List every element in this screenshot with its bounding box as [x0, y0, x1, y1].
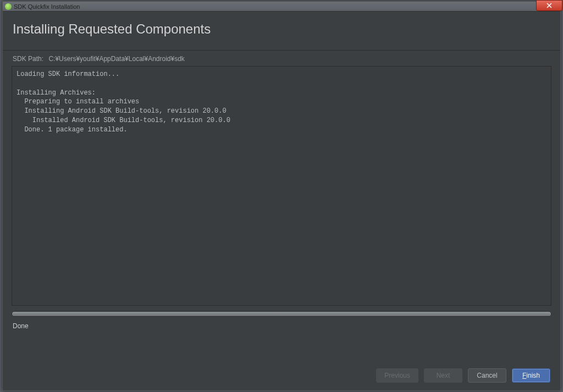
status-text: Done	[3, 320, 560, 332]
close-button[interactable]	[536, 0, 562, 11]
page-title: Installing Requested Components	[13, 21, 550, 37]
next-button: Next	[424, 368, 462, 383]
titlebar: SDK Quickfix Installation	[3, 2, 560, 12]
app-icon	[5, 3, 12, 10]
button-row: Previous Next Cancel Finish	[376, 368, 550, 383]
header: Installing Requested Components	[3, 12, 560, 51]
cancel-button[interactable]: Cancel	[468, 368, 506, 383]
progress-fill	[12, 312, 551, 316]
content-area: Installing Requested Components SDK Path…	[3, 12, 560, 332]
finish-button[interactable]: Finish	[512, 368, 550, 383]
installer-window: SDK Quickfix Installation Installing Req…	[2, 1, 561, 391]
progress-bar	[12, 311, 551, 317]
finish-label: Finish	[522, 372, 540, 379]
install-log: Loading SDK information... Installing Ar…	[12, 66, 551, 306]
previous-button: Previous	[376, 368, 418, 383]
progress-bar-wrap	[12, 311, 551, 317]
sdk-path-row: SDK Path: C:¥Users¥youfit¥AppData¥Local¥…	[3, 51, 560, 66]
close-icon	[547, 3, 552, 8]
previous-label: Previous	[384, 372, 410, 379]
window-title: SDK Quickfix Installation	[14, 3, 80, 10]
cancel-label: Cancel	[477, 372, 497, 379]
next-label: Next	[437, 372, 450, 379]
sdk-path-value: C:¥Users¥youfit¥AppData¥Local¥Android¥sd…	[48, 55, 184, 63]
sdk-path-label: SDK Path:	[13, 55, 43, 63]
